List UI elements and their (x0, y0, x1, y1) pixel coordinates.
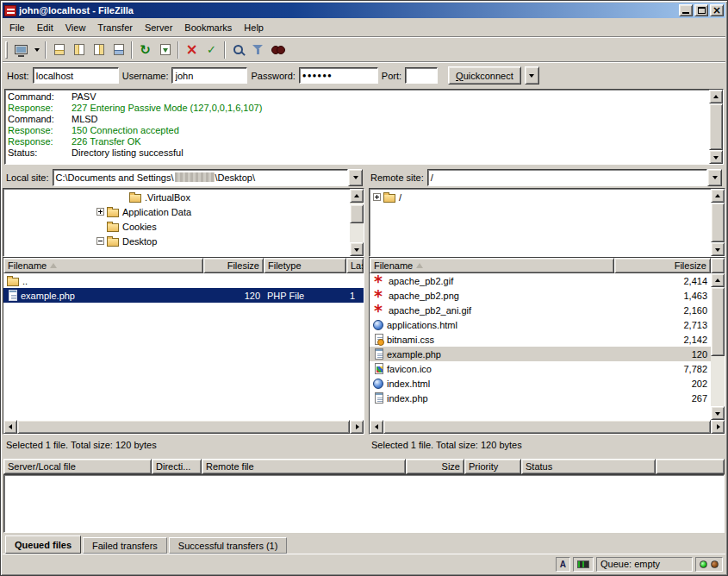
tab-successful-transfers[interactable]: Successful transfers (1) (169, 537, 288, 554)
tab-failed-transfers[interactable]: Failed transfers (83, 537, 167, 554)
menu-item-server[interactable]: Server (139, 20, 178, 35)
local-path-field[interactable]: C:\Documents and Settings\\Desktop\ (53, 169, 348, 186)
menu-item-bookmarks[interactable]: Bookmarks (178, 20, 238, 35)
scroll-down-button[interactable] (350, 242, 364, 256)
scroll-left-button[interactable] (3, 420, 17, 434)
file-row[interactable]: index.html202 (370, 376, 711, 391)
quickconnect-dropdown[interactable] (525, 66, 539, 85)
column-header-priority[interactable]: Priority (464, 459, 521, 474)
minimize-button[interactable] (679, 4, 693, 16)
horizontal-splitter[interactable] (3, 452, 725, 459)
password-input[interactable] (299, 67, 378, 84)
file-name: example.php (21, 291, 75, 301)
local-tree-scrollbar[interactable] (350, 189, 364, 256)
site-manager-button[interactable] (11, 41, 31, 59)
local-horizontal-scrollbar[interactable] (3, 420, 364, 434)
remote-tree-scrollbar[interactable] (711, 189, 725, 256)
scrollbar-thumb[interactable] (711, 287, 725, 356)
column-header-last-modified[interactable]: Last modified (346, 258, 364, 273)
column-header-filesize[interactable]: Filesize (203, 258, 264, 273)
file-row[interactable]: index.php267 (370, 391, 711, 405)
remote-site-combo[interactable]: / (427, 169, 722, 186)
file-row[interactable]: apache_pb2.png1,463 (370, 288, 711, 303)
scroll-down-button[interactable] (711, 242, 725, 256)
check-icon (207, 44, 216, 56)
scroll-up-button[interactable] (709, 90, 723, 103)
binoculars-button[interactable] (268, 41, 288, 59)
scroll-up-button[interactable] (350, 189, 364, 203)
cancel-button[interactable] (182, 41, 202, 59)
local-list-header: Filename Filesize Filetype Last modified (3, 258, 364, 273)
remote-site-dropdown[interactable] (707, 169, 722, 186)
scroll-up-button[interactable] (711, 189, 725, 203)
tree-item[interactable]: .VirtualBox (3, 190, 350, 204)
tree-item[interactable]: Desktop (3, 234, 350, 248)
column-header-filesize[interactable]: Filesize (614, 258, 711, 273)
remote-list-scrollbar[interactable] (711, 273, 725, 420)
maximize-button[interactable] (694, 4, 708, 16)
scroll-right-button[interactable] (350, 420, 364, 434)
menu-item-help[interactable]: Help (238, 20, 270, 35)
menu-item-view[interactable]: View (59, 20, 92, 35)
port-input[interactable] (405, 67, 438, 84)
column-header-direction[interactable]: Directi... (152, 459, 202, 474)
tree-item[interactable]: / (370, 190, 711, 204)
username-input[interactable] (171, 67, 247, 84)
scroll-down-button[interactable] (711, 406, 725, 420)
parent-directory-row[interactable]: .. (3, 273, 364, 288)
scrollbar-thumb[interactable] (383, 420, 711, 434)
file-row[interactable]: applications.html2,713 (370, 317, 711, 332)
menu-item-edit[interactable]: Edit (31, 20, 59, 35)
column-header-server-local-file[interactable]: Server/Local file (3, 459, 152, 474)
menu-item-file[interactable]: File (3, 20, 31, 35)
remote-horizontal-scrollbar[interactable] (370, 420, 725, 434)
filter-button[interactable] (248, 41, 268, 59)
toggle-remote-tree-button[interactable] (89, 41, 109, 59)
scroll-right-button[interactable] (711, 420, 725, 434)
local-site-combo[interactable]: C:\Documents and Settings\\Desktop\ (53, 169, 363, 186)
find-files-button[interactable] (228, 41, 248, 59)
scroll-left-button[interactable] (370, 420, 383, 434)
scroll-up-button[interactable] (711, 273, 725, 287)
scrollbar-thumb[interactable] (350, 204, 364, 223)
tree-item[interactable]: Cookies (3, 219, 350, 234)
process-queue-button[interactable] (155, 41, 175, 59)
scroll-down-button[interactable] (709, 150, 723, 164)
remote-path-field[interactable]: / (427, 169, 707, 186)
collapse-icon[interactable] (96, 237, 104, 245)
file-row[interactable]: apache_pb2.gif2,414 (370, 273, 711, 288)
file-row[interactable]: bitnami.css2,142 (370, 332, 711, 347)
tree-item-label: Cookies (122, 222, 157, 232)
toggle-message-log-button[interactable] (49, 41, 69, 59)
host-input[interactable] (33, 67, 119, 84)
file-row[interactable]: apache_pb2_ani.gif2,160 (370, 303, 711, 317)
toolbar-grip[interactable] (5, 41, 8, 59)
expand-icon[interactable] (373, 193, 381, 201)
column-header-filename[interactable]: Filename (3, 258, 203, 273)
directory-comparison-button[interactable] (202, 41, 221, 59)
quickconnect-button[interactable]: Quickconnect (448, 66, 521, 85)
site-manager-dropdown[interactable] (31, 41, 42, 59)
refresh-button[interactable] (135, 41, 155, 59)
scrollbar-thumb[interactable] (17, 420, 350, 434)
toggle-local-tree-button[interactable] (69, 41, 89, 59)
transfer-queue[interactable] (3, 474, 725, 533)
local-site-dropdown[interactable] (348, 169, 363, 186)
file-row[interactable]: favicon.ico7,782 (370, 361, 711, 376)
column-header-status[interactable]: Status (521, 459, 656, 474)
file-row-selected[interactable]: example.php 120 PHP File 1 (3, 288, 364, 303)
menu-item-transfer[interactable]: Transfer (91, 20, 139, 35)
column-header-filename[interactable]: Filename (370, 258, 614, 273)
column-header-filetype[interactable]: Filetype (264, 258, 346, 273)
scrollbar-thumb[interactable] (709, 103, 723, 150)
expand-icon[interactable] (96, 208, 104, 216)
tab-queued-files[interactable]: Queued files (5, 535, 81, 554)
file-row-selected[interactable]: example.php120 (370, 347, 711, 361)
column-header-remote-file[interactable]: Remote file (202, 459, 406, 474)
column-header-size[interactable]: Size (406, 459, 464, 474)
log-scrollbar[interactable] (709, 90, 723, 164)
toggle-transfer-queue-button[interactable] (109, 41, 128, 59)
close-button[interactable] (710, 4, 724, 16)
scrollbar-thumb[interactable] (711, 203, 725, 242)
tree-item[interactable]: Application Data (3, 204, 350, 219)
